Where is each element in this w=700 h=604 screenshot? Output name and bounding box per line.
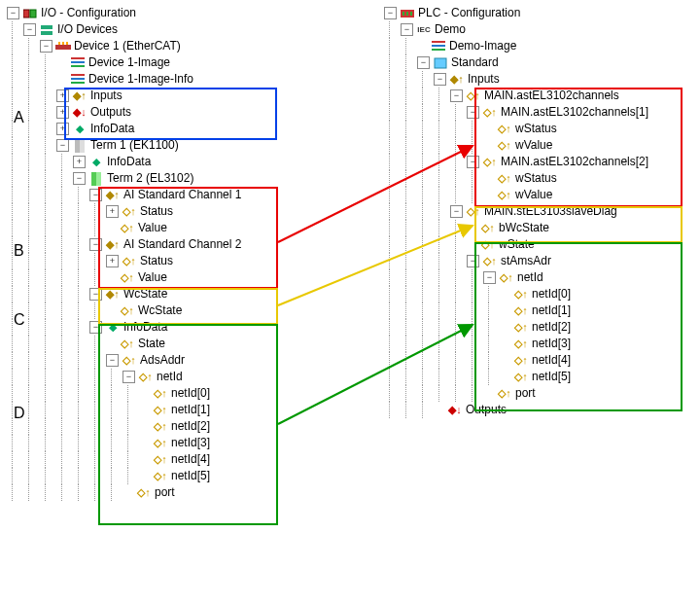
io-netid4[interactable]: ◇↑ netId[4] — [7, 451, 328, 468]
expander-minus-icon[interactable]: − — [434, 73, 446, 86]
io-ai-ch1[interactable]: − ◆↑ AI Standard Channel 1 — [7, 187, 328, 203]
plc-netid0[interactable]: ◇↑ netId[0] — [384, 286, 700, 302]
expander-minus-icon[interactable]: − — [467, 106, 479, 119]
io-devices[interactable]: − I/O Devices — [7, 21, 328, 38]
plc-port[interactable]: ◇↑ port — [384, 385, 700, 402]
expander-minus-icon[interactable]: − — [122, 371, 135, 383]
io-device1-image-info[interactable]: Device 1-Image-Info — [7, 71, 328, 88]
expander-minus-icon[interactable]: − — [467, 156, 479, 168]
expander-minus-icon[interactable]: − — [106, 354, 119, 367]
io-ai-ch1-status[interactable]: + ◇↑ Status — [7, 203, 328, 220]
io-netid5[interactable]: ◇↑ netId[5] — [7, 468, 328, 484]
plc-slaveDiag[interactable]: − ◇↑ MAIN.stEL3103slaveDiag — [384, 203, 700, 220]
leaf-icon — [139, 405, 150, 415]
plc-netid[interactable]: − ◇↑ netId — [384, 269, 700, 286]
expander-minus-icon[interactable]: − — [40, 40, 52, 53]
expander-plus-icon[interactable]: + — [106, 205, 119, 218]
plc-ch2-wvalue[interactable]: ◇↑ wValue — [384, 187, 700, 203]
io-outputs[interactable]: + ◆↓ Outputs — [7, 104, 328, 121]
plc-inputs[interactable]: − ◆↑ Inputs — [384, 71, 700, 88]
var-in-icon: ◇↑ — [497, 138, 512, 154]
expander-minus-icon[interactable]: − — [467, 255, 479, 267]
plc-wState[interactable]: ◇↑ wState — [384, 236, 700, 253]
io-device1[interactable]: − Device 1 (EtherCAT) — [7, 38, 328, 54]
expander-minus-icon[interactable]: − — [450, 89, 463, 102]
io-ai-ch1-value[interactable]: ◇↑ Value — [7, 220, 328, 236]
expander-minus-icon[interactable]: − — [56, 139, 69, 152]
io-device1-image[interactable]: Device 1-Image — [7, 54, 328, 71]
plc-demo-image[interactable]: Demo-Image — [384, 38, 700, 54]
plc-outputs[interactable]: ◆↓ Outputs — [384, 402, 700, 418]
io-infodata[interactable]: + ◆ InfoData — [7, 121, 328, 137]
leaf-icon — [483, 173, 494, 184]
plc-netid3[interactable]: ◇↑ netId[3] — [384, 336, 700, 352]
expander-plus-icon[interactable]: + — [106, 255, 119, 267]
expander-minus-icon[interactable]: − — [89, 189, 102, 201]
io-infodata2[interactable]: − ◆ InfoData — [7, 319, 328, 336]
plc-main-channels[interactable]: − ◇↑ MAIN.astEL3102channels — [384, 88, 700, 104]
leaf-icon — [500, 355, 510, 366]
io-netid[interactable]: − ◇↑ netId — [7, 369, 328, 385]
plc-netid1[interactable]: ◇↑ netId[1] — [384, 302, 700, 319]
var-in-icon: ◇↑ — [480, 237, 496, 253]
plc-netid2[interactable]: ◇↑ netId[2] — [384, 319, 700, 336]
io-ai-ch2[interactable]: − ◆↑ AI Standard Channel 2 — [7, 236, 328, 253]
plc-netid5[interactable]: ◇↑ netId[5] — [384, 369, 700, 385]
expander-minus-icon[interactable]: − — [417, 56, 430, 69]
label: wValue — [515, 187, 552, 203]
label: netId[2] — [532, 319, 571, 336]
plc-ch1-wvalue[interactable]: ◇↑ wValue — [384, 137, 700, 154]
expander-minus-icon[interactable]: − — [384, 7, 397, 19]
expander-minus-icon[interactable]: − — [401, 23, 413, 36]
io-port[interactable]: ◇↑ port — [7, 484, 328, 501]
io-term1-infodata[interactable]: + ◆ InfoData — [7, 154, 328, 170]
plc-ch1-wstatus[interactable]: ◇↑ wStatus — [384, 121, 700, 137]
io-netid1[interactable]: ◇↑ netId[1] — [7, 402, 328, 418]
io-ai-ch2-value[interactable]: ◇↑ Value — [7, 269, 328, 286]
expander-minus-icon[interactable]: − — [73, 172, 86, 185]
io-netid3[interactable]: ◇↑ netId[3] — [7, 435, 328, 451]
io-netid2[interactable]: ◇↑ netId[2] — [7, 418, 328, 435]
expander-minus-icon[interactable]: − — [89, 321, 102, 334]
struct-in-icon: ◇↑ — [466, 89, 481, 104]
label: netId[1] — [171, 402, 210, 418]
io-root[interactable]: − I/O - Configuration — [7, 5, 328, 21]
io-ai-ch2-status[interactable]: + ◇↑ Status — [7, 253, 328, 269]
leaf-icon — [500, 322, 510, 333]
plc-standard[interactable]: − Standard — [384, 54, 700, 71]
expander-minus-icon[interactable]: − — [7, 7, 19, 19]
io-state[interactable]: ◇↑ State — [7, 336, 328, 352]
plc-netid4[interactable]: ◇↑ netId[4] — [384, 352, 700, 369]
plc-stAmsAdr[interactable]: − ◇↑ stAmsAdr — [384, 253, 700, 269]
plc-main-ch1[interactable]: − ◇↑ MAIN.astEL3102channels[1] — [384, 104, 700, 121]
expander-minus-icon[interactable]: − — [23, 23, 36, 36]
svg-rect-5 — [58, 42, 60, 45]
plc-bWcState[interactable]: ◇↑ bWcState — [384, 220, 700, 236]
svg-rect-20 — [406, 12, 408, 16]
expander-minus-icon[interactable]: − — [450, 205, 463, 218]
plc-ch2-wstatus[interactable]: ◇↑ wStatus — [384, 170, 700, 187]
io-adsaddr[interactable]: − ◇↑ AdsAddr — [7, 352, 328, 369]
expander-plus-icon[interactable]: + — [56, 123, 69, 135]
expander-plus-icon[interactable]: + — [73, 156, 86, 168]
plc-main-ch2[interactable]: − ◇↑ MAIN.astEL3102channels[2] — [384, 154, 700, 170]
io-wcstate-parent[interactable]: − ◆↑ WcState — [7, 286, 328, 302]
io-term2[interactable]: − Term 2 (EL3102) — [7, 170, 328, 187]
label: InfoData — [123, 319, 167, 336]
io-term1[interactable]: − Term 1 (EK1100) — [7, 137, 328, 154]
leaf-icon — [56, 57, 67, 68]
io-netid0[interactable]: ◇↑ netId[0] — [7, 385, 328, 402]
io-wcstate[interactable]: ◇↑ WcState — [7, 302, 328, 319]
expander-plus-icon[interactable]: + — [56, 89, 69, 102]
io-inputs[interactable]: + ◆↑ Inputs — [7, 88, 328, 104]
label: MAIN.astEL3102channels[2] — [501, 154, 648, 170]
expander-minus-icon[interactable]: − — [483, 271, 496, 284]
plc-tree: − PLC - Configuration − IEC Demo Demo-Im… — [328, 5, 700, 501]
svg-rect-4 — [55, 45, 71, 50]
plc-demo[interactable]: − IEC Demo — [384, 21, 700, 38]
expander-minus-icon[interactable]: − — [89, 288, 102, 301]
expander-minus-icon[interactable]: − — [89, 238, 102, 251]
leaf-icon — [500, 372, 510, 382]
plc-root[interactable]: − PLC - Configuration — [384, 5, 700, 21]
expander-plus-icon[interactable]: + — [56, 106, 69, 119]
